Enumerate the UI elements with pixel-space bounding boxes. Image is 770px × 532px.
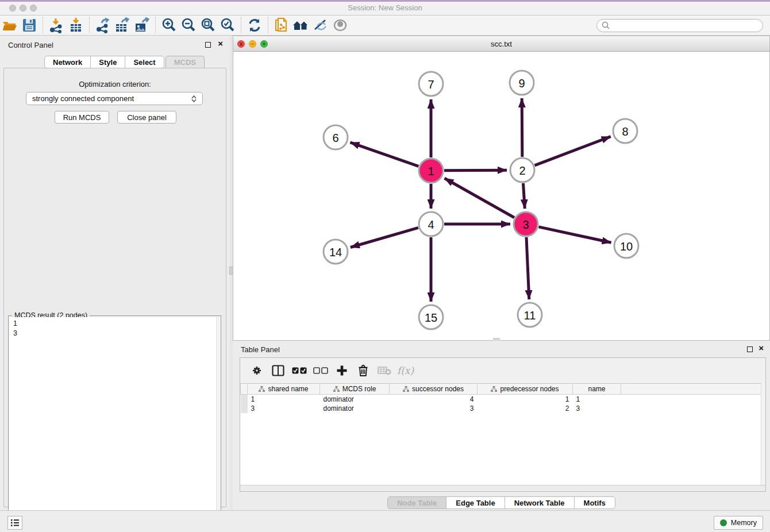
shared-column-icon [491,386,497,392]
mcds-result-textarea[interactable]: 1 3 [9,317,221,532]
graph-edge-1-6[interactable] [350,142,418,167]
graph-node-label-2: 2 [519,164,525,177]
graph-node-label-9: 9 [518,77,525,90]
col-shared-name[interactable]: shared name [248,384,320,395]
column-settings-icon[interactable] [246,362,267,379]
table-vertical-scrollbar[interactable] [761,383,765,486]
col-successor-nodes[interactable]: successor nodes [390,384,478,395]
table-row[interactable]: 1 dominator 4 1 1 [241,395,766,404]
search-input[interactable] [613,21,758,29]
graph-edge-2-9[interactable] [522,98,522,157]
tab-mcds[interactable]: MCDS [165,56,205,68]
optimization-criterion-label: Optimization criterion: [4,80,226,88]
optimization-criterion-select[interactable]: strongly connected component [26,92,203,105]
zoom-out-icon[interactable] [179,17,198,34]
graph-node-label-7: 7 [428,78,434,91]
col-mcds-role[interactable]: MCDS role [320,384,390,395]
mcds-result-group: MCDS result (2 nodes) 1 3 [8,315,221,532]
tab-network[interactable]: Network [44,56,91,68]
control-panel-float-icon[interactable] [205,42,211,48]
col-name[interactable]: name [573,384,621,395]
save-session-icon[interactable] [20,17,39,34]
search-box[interactable] [596,19,763,32]
table-row[interactable]: 3 dominator 3 2 3 [241,404,766,413]
toolbar-separator [268,17,268,33]
graph-edge-1-2[interactable] [444,170,507,171]
control-panel-tabs: Network Style Select MCDS [44,56,205,68]
table-panel-close-icon[interactable]: × [759,345,764,351]
memory-button[interactable]: Memory [714,516,763,530]
graph-edge-3-11[interactable] [526,237,529,299]
toolbar-separator [241,17,241,33]
select-all-icon[interactable] [288,362,310,379]
node-table-frame: f(x) shared name MCDS role successor nod… [240,357,766,492]
list-icon [10,519,20,527]
shared-column-icon [259,386,265,392]
mcds-panel-body: Optimization criterion: strongly connect… [3,68,226,507]
row-gutter [241,404,248,413]
graph-node-label-14: 14 [329,246,342,259]
table-horizontal-scrollbar[interactable] [240,485,765,491]
delete-table-icon[interactable] [374,362,395,379]
tab-motifs[interactable]: Motifs [575,496,615,509]
export-network-icon[interactable] [93,17,113,34]
panel-mode-icon[interactable] [267,362,288,379]
import-network-icon[interactable] [47,17,66,34]
graph-node-label-15: 15 [425,311,437,324]
node-table[interactable]: shared name MCDS role successor nodes pr… [240,383,765,413]
zoom-in-icon[interactable] [159,17,179,34]
control-panel-close-icon[interactable]: × [218,41,223,47]
result-scrollbar[interactable] [216,317,221,532]
tab-style[interactable]: Style [91,56,125,68]
graph-edge-4-14[interactable] [351,228,418,247]
run-mcds-button[interactable]: Run MCDS [55,111,109,124]
shared-column-icon [333,386,340,392]
status-bar: Memory [0,510,770,532]
zoom-selected-icon[interactable] [218,17,237,34]
graph-edge-2-8[interactable] [535,137,611,165]
graph-node-label-8: 8 [622,125,628,138]
tab-edge-table[interactable]: Edge Table [446,496,505,509]
export-image-icon[interactable] [132,17,152,34]
hide-selected-icon[interactable] [311,17,330,34]
shared-column-icon [403,386,409,392]
table-tabs: Node Table Edge Table Network Table Moti… [233,496,770,509]
clone-network-icon[interactable] [272,17,291,34]
toolbar-separator [89,17,90,33]
delete-column-icon[interactable] [352,362,374,379]
add-column-icon[interactable] [331,362,352,379]
graph-node-label-4: 4 [428,218,434,231]
export-table-icon[interactable] [113,17,132,34]
deselect-all-icon[interactable] [310,362,331,379]
toolbar-separator [43,17,43,33]
network-window-title: scc.txt [233,40,769,48]
graph-node-label-1: 1 [428,165,434,178]
control-panel-title: Control Panel [8,41,53,49]
memory-label: Memory [731,519,757,527]
search-icon [602,21,610,29]
table-header-row: shared name MCDS role successor nodes pr… [241,384,766,395]
close-panel-button[interactable]: Close panel [117,111,176,124]
tab-select[interactable]: Select [125,56,164,68]
zoom-fit-icon[interactable] [198,17,218,34]
optimization-criterion-value: strongly connected component [32,94,134,103]
tab-network-table[interactable]: Network Table [505,496,575,509]
graph-edge-3-1[interactable] [445,178,514,217]
network-window-titlebar[interactable]: x − + scc.txt [233,36,769,52]
import-table-icon[interactable] [66,17,86,34]
graph-edge-2-3[interactable] [523,183,525,209]
refresh-layout-icon[interactable] [245,17,264,34]
tab-node-table[interactable]: Node Table [387,496,446,509]
first-neighbors-icon[interactable] [291,17,311,34]
network-graph-canvas[interactable]: 1234678910111415 [233,52,769,340]
table-panel-float-icon[interactable] [747,346,753,352]
graph-node-label-3: 3 [522,218,529,231]
memory-status-icon [720,519,727,526]
task-history-button[interactable] [7,516,22,530]
graph-edge-3-10[interactable] [538,227,611,242]
show-all-icon[interactable] [330,17,350,34]
table-toolbar: f(x) [240,358,765,383]
col-predecessor-nodes[interactable]: predecessor nodes [478,384,573,395]
open-session-icon[interactable] [0,17,20,34]
row-gutter [241,384,248,395]
